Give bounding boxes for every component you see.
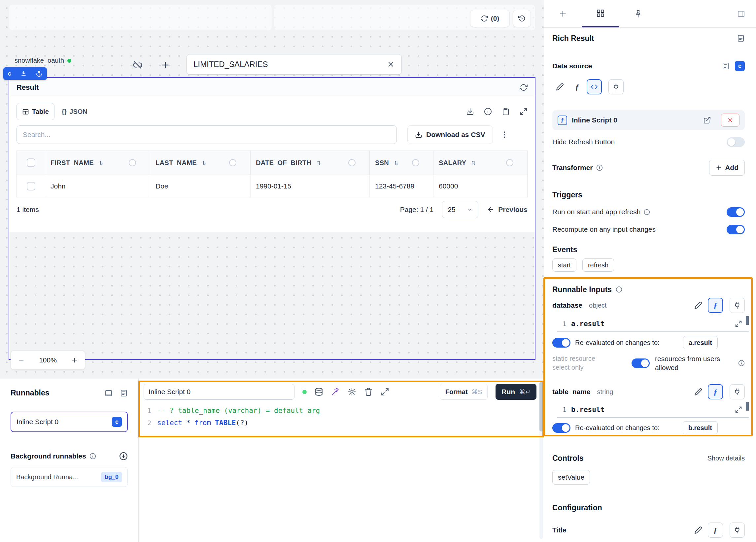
arrow-down-to-line-icon[interactable] bbox=[20, 71, 27, 77]
plug-mode-button[interactable] bbox=[730, 523, 745, 538]
event-chip-refresh[interactable]: refresh bbox=[582, 258, 614, 272]
tab-components[interactable] bbox=[582, 0, 619, 27]
script-name-input[interactable] bbox=[144, 384, 294, 400]
column-toggle[interactable] bbox=[129, 159, 136, 166]
column-toggle[interactable] bbox=[229, 159, 236, 166]
zoom-in-icon[interactable] bbox=[71, 356, 78, 364]
add-background-runnable-icon[interactable] bbox=[119, 452, 128, 460]
event-chip-start[interactable]: start bbox=[552, 258, 576, 272]
sort-icon[interactable] bbox=[471, 160, 476, 166]
previous-page-button[interactable]: Previous bbox=[487, 206, 528, 214]
editor-scrollbar-thumb[interactable] bbox=[539, 382, 543, 431]
static-resource-toggle[interactable] bbox=[632, 358, 650, 368]
expand-icon[interactable] bbox=[735, 406, 742, 413]
info-icon[interactable] bbox=[738, 360, 745, 366]
plug-mode-button[interactable] bbox=[730, 384, 745, 399]
info-icon[interactable] bbox=[89, 453, 96, 459]
panel-bottom-icon[interactable] bbox=[105, 389, 113, 397]
expression-code[interactable]: a.result bbox=[571, 320, 604, 328]
expression-code[interactable]: b.result bbox=[571, 406, 604, 414]
trash-icon[interactable] bbox=[364, 388, 373, 396]
fx-mode-button[interactable]: ƒ bbox=[708, 298, 723, 313]
table-select-input[interactable] bbox=[193, 60, 387, 69]
tab-table[interactable]: Table bbox=[17, 103, 54, 120]
download-csv-button[interactable]: Download as CSV bbox=[407, 125, 493, 144]
edit-pencil-button[interactable] bbox=[691, 523, 706, 538]
clear-icon[interactable] bbox=[387, 60, 395, 68]
reeval-target-chip[interactable]: b.result bbox=[683, 421, 718, 434]
database-icon[interactable] bbox=[315, 388, 323, 396]
sort-icon[interactable] bbox=[201, 160, 207, 166]
unlink-icon[interactable] bbox=[133, 60, 143, 70]
tab-pin[interactable] bbox=[619, 0, 657, 27]
select-all-checkbox[interactable] bbox=[27, 158, 35, 167]
fx-mode-button[interactable]: ƒ bbox=[708, 523, 723, 538]
sort-icon[interactable] bbox=[394, 160, 399, 166]
tab-add-component[interactable] bbox=[544, 0, 582, 27]
expand-icon[interactable] bbox=[381, 388, 389, 396]
kebab-menu-icon[interactable] bbox=[500, 130, 509, 139]
info-icon[interactable] bbox=[644, 209, 650, 215]
runnable-item-inline-script[interactable]: Inline Script 0 c bbox=[11, 412, 128, 432]
table-select-field[interactable] bbox=[187, 54, 402, 75]
settings-gear-icon[interactable] bbox=[348, 388, 356, 396]
result-widget[interactable]: Result Table {} JSON bbox=[9, 77, 535, 360]
edit-pencil-button[interactable] bbox=[691, 298, 706, 313]
refresh-count-button[interactable]: (0) bbox=[470, 10, 510, 27]
docs-icon[interactable] bbox=[722, 62, 730, 70]
tab-json[interactable]: {} JSON bbox=[62, 108, 87, 116]
remove-script-button[interactable] bbox=[721, 114, 739, 127]
sql-code-editor[interactable]: 1 -- ? table_name (varchar) = default ar… bbox=[139, 404, 544, 429]
edit-pencil-button[interactable] bbox=[552, 79, 567, 94]
column-toggle[interactable] bbox=[506, 159, 513, 166]
reeval-toggle[interactable] bbox=[552, 338, 570, 348]
run-on-start-toggle[interactable] bbox=[727, 207, 745, 217]
history-button[interactable] bbox=[513, 10, 531, 27]
run-button[interactable]: Run ⌘↵ bbox=[496, 384, 536, 400]
selected-script-row[interactable]: ƒ Inline Script 0 bbox=[552, 110, 745, 130]
sort-icon[interactable] bbox=[98, 160, 104, 166]
info-icon[interactable] bbox=[596, 164, 603, 171]
row-checkbox[interactable] bbox=[27, 182, 35, 190]
reeval-toggle[interactable] bbox=[552, 423, 570, 433]
setvalue-control-chip[interactable]: setValue bbox=[552, 470, 590, 485]
clipboard-icon[interactable] bbox=[502, 108, 510, 116]
expand-icon[interactable] bbox=[735, 320, 742, 327]
search-input[interactable] bbox=[17, 125, 397, 144]
background-runnable-item[interactable]: Background Runna... bg_0 bbox=[11, 467, 128, 487]
code-mode-button[interactable] bbox=[587, 79, 602, 94]
fx-mode-button[interactable]: ƒ bbox=[708, 384, 723, 399]
table-row[interactable]: John Doe 1990-01-15 123-45-6789 60000 bbox=[17, 175, 528, 197]
download-icon[interactable] bbox=[466, 108, 474, 116]
database-expression-editor[interactable]: 1 a.result bbox=[557, 316, 749, 332]
hide-refresh-toggle[interactable] bbox=[727, 137, 745, 147]
add-transformer-button[interactable]: Add bbox=[709, 160, 745, 176]
table-name-expression-editor[interactable]: 1 b.result bbox=[557, 402, 749, 418]
column-toggle[interactable] bbox=[412, 159, 419, 166]
external-link-icon[interactable] bbox=[703, 116, 711, 124]
column-toggle[interactable] bbox=[348, 159, 356, 166]
add-icon[interactable] bbox=[160, 60, 170, 70]
docs-icon[interactable] bbox=[737, 34, 745, 42]
collapse-panel-button[interactable] bbox=[726, 0, 756, 27]
app-canvas[interactable]: (0) snowflake_oauth c Result bbox=[0, 0, 544, 379]
edit-pencil-button[interactable] bbox=[691, 384, 706, 399]
anchor-icon[interactable] bbox=[36, 71, 42, 77]
widget-refresh-button[interactable] bbox=[520, 84, 528, 91]
sort-icon[interactable] bbox=[316, 160, 322, 166]
plug-mode-button[interactable] bbox=[608, 79, 624, 94]
info-icon[interactable] bbox=[484, 108, 492, 116]
info-icon[interactable] bbox=[616, 286, 622, 293]
plug-mode-button[interactable] bbox=[730, 298, 745, 313]
recompute-toggle[interactable] bbox=[727, 225, 745, 234]
magic-wand-icon[interactable] bbox=[331, 388, 340, 396]
expand-icon[interactable] bbox=[520, 108, 528, 116]
page-size-select[interactable]: 25 bbox=[442, 201, 478, 218]
list-icon[interactable] bbox=[120, 389, 128, 397]
widget-selection-toolbar[interactable]: c bbox=[3, 67, 47, 80]
reeval-target-chip[interactable]: a.result bbox=[683, 336, 718, 349]
format-button[interactable]: Format ⌘S bbox=[440, 384, 488, 400]
fx-mode-button[interactable]: ƒ bbox=[569, 79, 585, 94]
show-details-link[interactable]: Show details bbox=[707, 455, 745, 462]
zoom-out-icon[interactable] bbox=[17, 356, 25, 364]
